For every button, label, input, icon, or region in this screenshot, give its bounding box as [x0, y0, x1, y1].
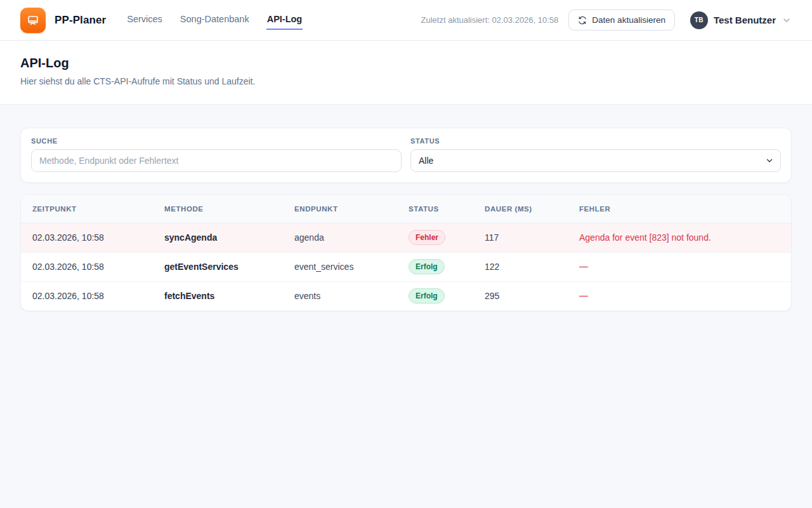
- search-label: SUCHE: [31, 137, 402, 145]
- cell-endpunkt: events: [283, 281, 397, 311]
- user-menu[interactable]: TB Test Benutzer: [690, 11, 792, 29]
- top-bar-right: Zuletzt aktualisiert: 02.03.2026, 10:58 …: [421, 10, 792, 30]
- presentation-board-icon: [26, 13, 40, 27]
- search-field-group: SUCHE: [31, 137, 402, 172]
- cell-fehler: —: [568, 281, 791, 311]
- status-badge: Erfolg: [409, 288, 445, 304]
- last-updated-text: Zuletzt aktualisiert: 02.03.2026, 10:58: [421, 15, 559, 25]
- cell-fehler: —: [568, 252, 791, 281]
- status-badge: Fehler: [409, 230, 445, 245]
- api-log-table-card: ZEITPUNKT METHODE ENDPUNKT STATUS DAUER …: [20, 194, 792, 311]
- cell-status: Erfolg: [397, 281, 473, 311]
- avatar: TB: [690, 11, 708, 29]
- app-logo: [20, 8, 46, 33]
- refresh-icon: [578, 16, 587, 25]
- table-row[interactable]: 02.03.2026, 10:58 fetchEvents events Erf…: [21, 281, 791, 311]
- brand: PP-Planer: [20, 8, 106, 33]
- cell-dauer: 295: [473, 281, 568, 311]
- column-header-fehler: FEHLER: [568, 195, 791, 223]
- cell-zeitpunkt: 02.03.2026, 10:58: [21, 223, 153, 252]
- cell-methode: syncAgenda: [153, 223, 283, 252]
- refresh-button-label: Daten aktualisieren: [592, 15, 665, 25]
- search-input[interactable]: [31, 149, 402, 172]
- nav-item-song-datenbank[interactable]: Song-Datenbank: [180, 10, 250, 30]
- status-select[interactable]: Alle: [410, 149, 781, 172]
- brand-name: PP-Planer: [55, 14, 106, 27]
- cell-dauer: 122: [473, 252, 568, 281]
- filter-card: SUCHE STATUS Alle: [20, 128, 792, 183]
- refresh-data-button[interactable]: Daten aktualisieren: [568, 10, 675, 30]
- column-header-methode: METHODE: [153, 195, 283, 223]
- main-content: SUCHE STATUS Alle: [0, 105, 812, 311]
- page-subtitle: Hier siehst du alle CTS-API-Aufrufe mit …: [20, 76, 792, 86]
- main-nav: Services Song-Datenbank API-Log: [126, 10, 303, 30]
- nav-item-services[interactable]: Services: [126, 10, 163, 30]
- table-row[interactable]: 02.03.2026, 10:58 getEventServices event…: [21, 252, 791, 281]
- cell-endpunkt: event_services: [283, 252, 397, 281]
- nav-item-api-log[interactable]: API-Log: [266, 10, 303, 30]
- column-header-zeitpunkt: ZEITPUNKT: [21, 195, 153, 223]
- top-bar: PP-Planer Services Song-Datenbank API-Lo…: [0, 0, 812, 41]
- column-header-status: STATUS: [397, 195, 473, 223]
- cell-zeitpunkt: 02.03.2026, 10:58: [21, 252, 153, 281]
- cell-zeitpunkt: 02.03.2026, 10:58: [21, 281, 153, 311]
- page-header: API-Log Hier siehst du alle CTS-API-Aufr…: [0, 41, 812, 105]
- status-label: STATUS: [410, 137, 781, 145]
- cell-endpunkt: agenda: [283, 223, 397, 252]
- column-header-endpunkt: ENDPUNKT: [283, 195, 397, 223]
- status-badge: Erfolg: [409, 259, 445, 274]
- table-row[interactable]: 02.03.2026, 10:58 syncAgenda agenda Fehl…: [21, 223, 791, 252]
- cell-methode: getEventServices: [153, 252, 283, 281]
- cell-dauer: 117: [473, 223, 568, 252]
- table-header-row: ZEITPUNKT METHODE ENDPUNKT STATUS DAUER …: [21, 195, 791, 223]
- api-log-table: ZEITPUNKT METHODE ENDPUNKT STATUS DAUER …: [21, 195, 791, 311]
- column-header-dauer: DAUER (MS): [473, 195, 568, 223]
- cell-fehler: Agenda for event [823] not found.: [568, 223, 791, 252]
- cell-status: Fehler: [397, 223, 473, 252]
- status-field-group: STATUS Alle: [410, 137, 781, 172]
- user-name: Test Benutzer: [714, 15, 776, 25]
- page-title: API-Log: [20, 56, 792, 70]
- chevron-down-icon: [782, 15, 792, 25]
- cell-status: Erfolg: [397, 252, 473, 281]
- cell-methode: fetchEvents: [153, 281, 283, 311]
